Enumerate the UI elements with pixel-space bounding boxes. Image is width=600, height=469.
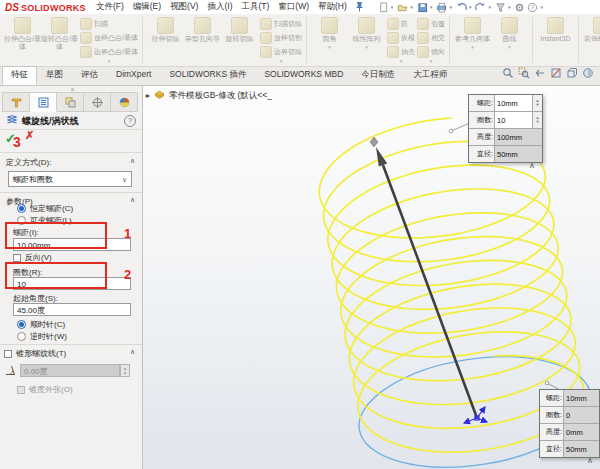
shell-button[interactable]: 抽壳 xyxy=(387,45,415,59)
section-view-icon[interactable] xyxy=(550,65,562,83)
pin-icon[interactable] xyxy=(355,1,364,14)
undo-icon[interactable] xyxy=(456,2,467,13)
save-icon[interactable] xyxy=(417,2,428,13)
boundary-cut-button[interactable]: 边界切除 xyxy=(260,45,302,59)
curves-button[interactable]: 曲线▾ xyxy=(491,17,528,51)
counterclockwise-radio[interactable]: 逆时针(W) xyxy=(17,331,67,342)
dropdown-caret-icon[interactable]: ▾ xyxy=(540,4,543,10)
dropdown-caret-icon[interactable]: ▾ xyxy=(410,4,413,10)
menu-insert[interactable]: 插入(I) xyxy=(207,1,232,13)
spinner-icon[interactable]: ▲▼ xyxy=(532,112,542,128)
print-icon[interactable] xyxy=(436,2,447,13)
revolutions-callout-row: 圈数:0 xyxy=(540,407,599,424)
cosmetic-thread-button[interactable]: 装饰螺纹线 xyxy=(583,17,600,43)
tab-solidworks-addins[interactable]: SOLIDWORKS 插件 xyxy=(160,66,255,85)
menu-help[interactable]: 帮助(H) xyxy=(318,1,347,13)
constant-pitch-radio[interactable]: 恒定螺距(C) xyxy=(17,203,73,214)
spinner-icon[interactable]: ▲▼ xyxy=(532,95,542,111)
start-angle-input[interactable]: 45.00度 xyxy=(13,303,131,316)
define-by-dropdown[interactable]: 螺距和圈数 ∨ xyxy=(8,171,132,187)
reference-geometry-icon xyxy=(464,17,481,34)
loft-boss-button[interactable]: 放样凸台/基体 xyxy=(80,31,138,45)
dropdown-caret-icon[interactable]: ▾ xyxy=(469,4,472,10)
cancel-button[interactable]: ✗ xyxy=(25,129,34,142)
height-callout-label: 高度: xyxy=(540,424,564,440)
draft-button[interactable]: 拔模 xyxy=(387,31,415,45)
instant3d-button[interactable]: Instant3D xyxy=(537,17,574,43)
menu-file[interactable]: 文件(F) xyxy=(96,1,124,13)
collapse-define-by-icon[interactable]: ∧ xyxy=(130,157,135,165)
tab-today-manufacturing[interactable]: 今日制造 xyxy=(352,66,404,85)
fillet-button[interactable]: 圆角▾ xyxy=(311,17,348,51)
collapse-bottom-callout-icon[interactable]: ∧ xyxy=(587,456,593,465)
view-orientation-icon[interactable] xyxy=(566,65,578,83)
help-icon[interactable]: ? xyxy=(124,115,136,127)
tab-features[interactable]: 特征 xyxy=(2,66,37,85)
clockwise-radio[interactable]: 顺时针(C) xyxy=(17,319,65,330)
open-icon[interactable] xyxy=(397,2,408,13)
mirror-button[interactable]: 镜向 xyxy=(417,45,445,59)
menu-view[interactable]: 视图(V) xyxy=(170,1,198,13)
rib-button[interactable]: 筋 xyxy=(387,17,415,31)
document-title-row: ▸ 零件模板GB-修改 (默认<<_ xyxy=(146,89,272,102)
tab-evaluate[interactable]: 评估 xyxy=(72,66,107,85)
redo-icon[interactable] xyxy=(475,2,486,13)
new-icon[interactable] xyxy=(378,2,389,13)
hole-wizard-button[interactable]: 异型孔向导 xyxy=(184,17,221,43)
collapse-taper-icon[interactable]: ∧ xyxy=(130,348,135,356)
ribbon-small-column: 扫描切除放样切割边界切除▾ xyxy=(260,17,302,65)
collapse-top-callout-icon[interactable]: ∧ xyxy=(529,161,535,170)
loft-cut-button[interactable]: 放样切割 xyxy=(260,31,302,45)
extrude-cut-button[interactable]: 拉伸切除 xyxy=(147,17,184,43)
collapse-parameters-icon[interactable]: ∧ xyxy=(130,196,135,204)
tab-dimxpert[interactable]: DimXpert xyxy=(107,66,160,85)
zoom-to-area-icon[interactable] xyxy=(518,65,530,83)
intersect-button[interactable]: 相交 xyxy=(417,31,445,45)
featuremanager-tab[interactable] xyxy=(2,92,30,112)
tab-solidworks-mbd[interactable]: SOLIDWORKS MBD xyxy=(255,66,352,85)
logo-ds: DS xyxy=(5,2,19,13)
ribbon-group: 拉伸切除异型孔向导旋转切除扫描切除放样切割边界切除▾ xyxy=(143,17,307,63)
menu-edit[interactable]: 编辑(E) xyxy=(133,1,161,13)
dropdown-caret-icon[interactable]: ▾ xyxy=(430,4,433,10)
sweep-cut-button[interactable]: 扫描切除 xyxy=(260,17,302,31)
options-icon[interactable] xyxy=(514,2,525,13)
tab-sketch[interactable]: 草图 xyxy=(37,66,72,85)
dropdown-caret-icon: ▾ xyxy=(260,59,302,65)
dropdown-caret-icon: ▾ xyxy=(471,43,474,51)
menu-bar: DS SOLIDWORKS 文件(F)编辑(E)视图(V)插入(I)工具(T)窗… xyxy=(0,0,600,14)
display-style-icon[interactable] xyxy=(582,65,594,83)
propertymanager-tab[interactable] xyxy=(30,92,57,112)
dropdown-caret-icon[interactable]: ▾ xyxy=(488,4,491,10)
sweep-button[interactable]: 扫描 xyxy=(80,17,138,31)
tab-senior-engineer[interactable]: 大工程师 xyxy=(404,66,456,85)
dropdown-caret-icon[interactable]: ▾ xyxy=(391,4,394,10)
displaymanager-tab[interactable] xyxy=(111,92,138,112)
wrap-button[interactable]: 包覆 xyxy=(417,17,445,31)
linear-pattern-button[interactable]: 线性阵列▾ xyxy=(348,17,385,51)
boundary-boss-button[interactable]: 边界凸台/基体 xyxy=(80,45,138,59)
ribbon-small-column: 包覆相交镜向▾ xyxy=(417,17,445,65)
dropdown-caret-icon[interactable]: ▾ xyxy=(449,4,452,10)
configurationmanager-tab[interactable] xyxy=(57,92,84,112)
selection-filter-icon[interactable] xyxy=(495,2,506,13)
extrude-boss-button[interactable]: 拉伸凸台/基体 xyxy=(4,17,41,51)
zoom-to-fit-icon[interactable] xyxy=(502,65,514,83)
reference-geometry-button[interactable]: 参考几何体▾ xyxy=(454,17,491,51)
menu-window[interactable]: 窗口(W) xyxy=(278,1,309,13)
quick-access-toolbar: ▾▾▾▾▾▾▾?▾ xyxy=(378,2,545,13)
dropdown-caret-icon[interactable]: ▾ xyxy=(508,4,511,10)
taper-helix-checkbox[interactable]: 锥形螺纹线(T) xyxy=(4,348,66,359)
expand-tree-icon[interactable]: ▸ xyxy=(146,91,150,100)
previous-view-icon[interactable] xyxy=(534,65,546,83)
revolve-cut-icon xyxy=(231,17,248,34)
revolve-cut-button[interactable]: 旋转切除 xyxy=(221,17,258,43)
graphics-area[interactable]: ▸ 零件模板GB-修改 (默认<<_ 螺距:10mm▲▼圈数:10▲▼高度:10… xyxy=(143,86,600,469)
menu-tools[interactable]: 工具(T) xyxy=(241,1,269,13)
revolve-boss-button[interactable]: 旋转凸台/基体 xyxy=(41,17,78,51)
dimxpertmanager-tab[interactable] xyxy=(84,92,111,112)
pitch-callout-value[interactable]: 10mm xyxy=(495,95,532,111)
revolutions-callout-value[interactable]: 10 xyxy=(495,112,532,128)
help-icon[interactable]: ? xyxy=(527,2,538,13)
boundary-boss-icon xyxy=(80,46,92,58)
